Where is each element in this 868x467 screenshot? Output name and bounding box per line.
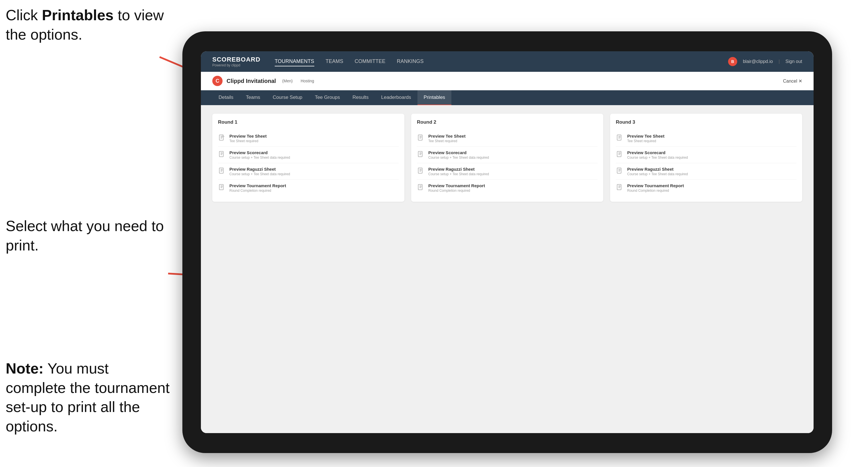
annotation-bottom-bold: Note: <box>6 360 43 377</box>
round2-tournament-report[interactable]: Preview Tournament Report Round Completi… <box>417 180 597 196</box>
round2-tee-sheet[interactable]: Preview Tee Sheet Tee Sheet required <box>417 130 597 147</box>
round2-raguzzi[interactable]: Preview Raguzzi Sheet Course setup + Tee… <box>417 163 597 180</box>
tournament-header: C Clippd Invitational (Men) Hosting Canc… <box>201 72 813 90</box>
document-icon-10 <box>616 151 624 159</box>
document-icon-5 <box>417 134 425 142</box>
nav-teams[interactable]: TEAMS <box>326 57 343 66</box>
tournament-bracket: (Men) <box>282 79 293 83</box>
tablet-screen: SCOREBOARD Powered by clippd TOURNAMENTS… <box>201 51 813 433</box>
svg-rect-9 <box>418 151 422 157</box>
svg-rect-15 <box>617 184 621 190</box>
round2-report-title: Preview Tournament Report <box>428 183 485 188</box>
document-icon-6 <box>417 151 425 159</box>
round1-report-sub: Round Completion required <box>229 189 286 193</box>
svg-rect-4 <box>219 135 223 140</box>
round3-scorecard-sub: Course setup + Tee Sheet data required <box>627 156 688 160</box>
round2-raguzzi-sub: Course setup + Tee Sheet data required <box>428 172 489 176</box>
round2-report-text: Preview Tournament Report Round Completi… <box>428 183 485 193</box>
round1-scorecard[interactable]: Preview Scorecard Course setup + Tee She… <box>218 147 399 163</box>
round2-scorecard-title: Preview Scorecard <box>428 150 489 155</box>
svg-rect-12 <box>617 135 621 140</box>
round3-tee-sheet-title: Preview Tee Sheet <box>627 134 664 138</box>
tournament-name: Clippd Invitational <box>226 78 276 84</box>
nav-separator: | <box>778 59 780 64</box>
tab-tee-groups[interactable]: Tee Groups <box>309 90 346 105</box>
annotation-middle: Select what you need to print. <box>6 217 171 255</box>
round3-tee-sheet-sub: Tee Sheet required <box>627 139 664 143</box>
svg-rect-8 <box>418 135 422 140</box>
tablet-frame: SCOREBOARD Powered by clippd TOURNAMENTS… <box>182 31 832 453</box>
round3-raguzzi-text: Preview Raguzzi Sheet Course setup + Tee… <box>627 167 688 176</box>
sub-nav: Details Teams Course Setup Tee Groups Re… <box>201 90 813 105</box>
svg-rect-11 <box>418 184 422 190</box>
round1-scorecard-title: Preview Scorecard <box>229 150 290 155</box>
user-email: blair@clippd.io <box>743 59 773 64</box>
brand-sub: Powered by clippd <box>212 63 260 67</box>
tournament-logo: C <box>212 76 222 86</box>
round3-report-title: Preview Tournament Report <box>627 183 684 188</box>
round1-tee-sheet[interactable]: Preview Tee Sheet Tee Sheet required <box>218 130 399 147</box>
round3-tee-sheet[interactable]: Preview Tee Sheet Tee Sheet required <box>616 130 797 147</box>
round1-tournament-report[interactable]: Preview Tournament Report Round Completi… <box>218 180 399 196</box>
tab-printables[interactable]: Printables <box>417 90 452 105</box>
round1-raguzzi-title: Preview Raguzzi Sheet <box>229 167 290 172</box>
round2-report-sub: Round Completion required <box>428 189 485 193</box>
document-icon-3 <box>218 167 226 175</box>
document-icon-2 <box>218 151 226 159</box>
document-icon-9 <box>616 134 624 142</box>
round2-tee-sheet-sub: Tee Sheet required <box>428 139 466 143</box>
sign-out-link[interactable]: Sign out <box>785 59 802 64</box>
round2-raguzzi-title: Preview Raguzzi Sheet <box>428 167 489 172</box>
svg-rect-10 <box>418 168 422 173</box>
round-2-column: Round 2 Preview Tee Sheet Tee Sheet requ… <box>411 114 603 202</box>
brand-title: SCOREBOARD <box>212 56 260 63</box>
rounds-container: Round 1 Preview Tee Sheet Tee Sheet requ… <box>212 114 802 202</box>
cancel-button[interactable]: Cancel ✕ <box>783 79 802 84</box>
round-1-column: Round 1 Preview Tee Sheet Tee Sheet requ… <box>212 114 404 202</box>
round2-scorecard[interactable]: Preview Scorecard Course setup + Tee She… <box>417 147 597 163</box>
round2-tee-sheet-text: Preview Tee Sheet Tee Sheet required <box>428 134 466 143</box>
document-icon-8 <box>417 184 425 192</box>
nav-tournaments[interactable]: TOURNAMENTS <box>275 57 314 66</box>
round1-scorecard-text: Preview Scorecard Course setup + Tee She… <box>229 150 290 160</box>
round3-scorecard[interactable]: Preview Scorecard Course setup + Tee She… <box>616 147 797 163</box>
round3-raguzzi[interactable]: Preview Raguzzi Sheet Course setup + Tee… <box>616 163 797 180</box>
round1-raguzzi-text: Preview Raguzzi Sheet Course setup + Tee… <box>229 167 290 176</box>
round3-report-sub: Round Completion required <box>627 189 684 193</box>
round1-tee-sheet-text: Preview Tee Sheet Tee Sheet required <box>229 134 267 143</box>
tab-details[interactable]: Details <box>212 90 240 105</box>
tab-leaderboards[interactable]: Leaderboards <box>375 90 417 105</box>
top-nav: SCOREBOARD Powered by clippd TOURNAMENTS… <box>201 51 813 72</box>
tab-results[interactable]: Results <box>346 90 375 105</box>
round2-tee-sheet-title: Preview Tee Sheet <box>428 134 466 138</box>
svg-rect-7 <box>219 184 223 190</box>
main-content: Round 1 Preview Tee Sheet Tee Sheet requ… <box>201 105 813 433</box>
nav-rankings[interactable]: RANKINGS <box>397 57 424 66</box>
round3-raguzzi-sub: Course setup + Tee Sheet data required <box>627 172 688 176</box>
round3-tee-sheet-text: Preview Tee Sheet Tee Sheet required <box>627 134 664 143</box>
document-icon-12 <box>616 184 624 192</box>
round2-raguzzi-text: Preview Raguzzi Sheet Course setup + Tee… <box>428 167 489 176</box>
round2-scorecard-sub: Course setup + Tee Sheet data required <box>428 156 489 160</box>
round3-tournament-report[interactable]: Preview Tournament Report Round Completi… <box>616 180 797 196</box>
document-icon-4 <box>218 184 226 192</box>
brand: SCOREBOARD Powered by clippd <box>212 56 260 67</box>
round3-report-text: Preview Tournament Report Round Completi… <box>627 183 684 193</box>
round3-raguzzi-title: Preview Raguzzi Sheet <box>627 167 688 172</box>
round2-scorecard-text: Preview Scorecard Course setup + Tee She… <box>428 150 489 160</box>
round-3-title: Round 3 <box>616 119 797 125</box>
round1-raguzzi-sub: Course setup + Tee Sheet data required <box>229 172 290 176</box>
svg-rect-6 <box>219 168 223 173</box>
round3-scorecard-title: Preview Scorecard <box>627 150 688 155</box>
tab-teams[interactable]: Teams <box>240 90 267 105</box>
nav-committee[interactable]: COMMITTEE <box>355 57 385 66</box>
annotation-bottom: Note: You must complete the tournament s… <box>6 359 171 436</box>
tab-course-setup[interactable]: Course Setup <box>267 90 309 105</box>
tournament-logo-area: C Clippd Invitational (Men) Hosting <box>212 76 314 86</box>
round-2-title: Round 2 <box>417 119 597 125</box>
top-nav-links: TOURNAMENTS TEAMS COMMITTEE RANKINGS <box>275 57 728 66</box>
round1-tee-sheet-title: Preview Tee Sheet <box>229 134 267 138</box>
round1-raguzzi[interactable]: Preview Raguzzi Sheet Course setup + Tee… <box>218 163 399 180</box>
svg-rect-13 <box>617 151 621 157</box>
round1-scorecard-sub: Course setup + Tee Sheet data required <box>229 156 290 160</box>
